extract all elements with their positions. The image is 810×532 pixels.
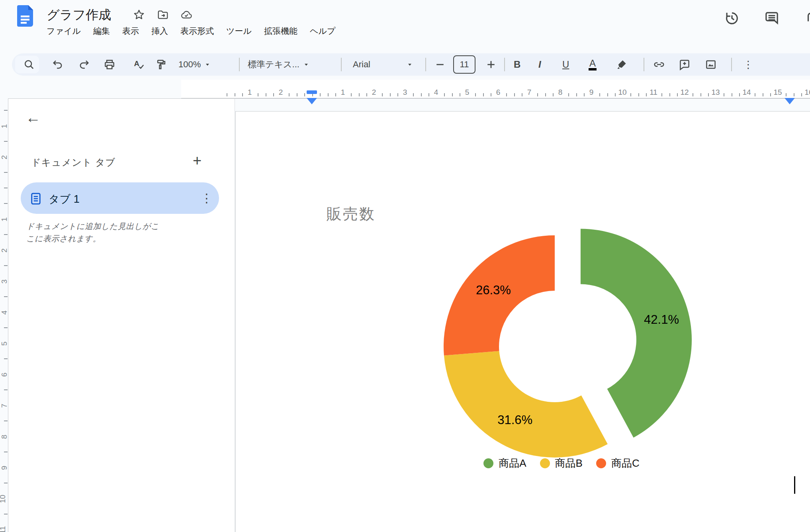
ruler-tick — [4, 421, 8, 421]
version-history-icon[interactable] — [724, 10, 740, 26]
ruler-tick — [297, 93, 297, 96]
ruler-tick — [4, 203, 8, 204]
menu-item-7[interactable]: ヘルプ — [310, 25, 335, 37]
ruler-tick — [646, 93, 647, 96]
ruler-number: 6 — [496, 88, 501, 97]
left-indent-marker[interactable] — [307, 98, 317, 104]
ruler-tick — [677, 93, 678, 96]
toolbar-divider — [341, 53, 342, 76]
more-options-icon[interactable]: ⋮ — [743, 53, 753, 76]
decrease-font-icon[interactable] — [434, 53, 446, 76]
close-sidebar-button[interactable]: ← — [25, 110, 41, 125]
font-size-input[interactable]: 11 — [453, 53, 475, 76]
donut-chart[interactable]: 42.1%31.6%26.3% — [418, 211, 705, 458]
insert-link-icon[interactable] — [653, 53, 665, 76]
comments-icon[interactable] — [764, 10, 780, 26]
sidebar-hint-text: ドキュメントに追加した見出しがこ こに表示されます。 — [26, 220, 159, 245]
ruler-tick — [786, 93, 787, 96]
ruler-tick — [514, 93, 515, 96]
ruler-tick — [506, 93, 507, 96]
menu-item-6[interactable]: 拡張機能 — [264, 25, 297, 37]
ruler-tick — [4, 514, 8, 514]
menu-item-4[interactable]: 表示形式 — [180, 25, 214, 37]
slice-percentage-label: 31.6% — [497, 413, 532, 427]
ruler-tick — [4, 296, 8, 297]
add-comment-icon[interactable] — [679, 53, 691, 76]
horizontal-ruler[interactable]: 2112345678910111213141516 — [181, 80, 810, 99]
ruler-number: 1 — [248, 88, 252, 97]
menu-item-0[interactable]: ファイル — [47, 25, 81, 37]
text-color-button[interactable]: A — [589, 53, 597, 76]
font-select[interactable]: Arial — [353, 53, 413, 76]
legend-label: 商品C — [611, 456, 640, 470]
ruler-tick — [382, 93, 383, 96]
vertical-ruler[interactable]: 211234567891011 — [0, 98, 8, 532]
ruler-tick — [328, 93, 329, 96]
tab-options-icon[interactable]: ⋮ — [201, 191, 213, 205]
text-cursor — [794, 476, 795, 494]
menu-bar: ファイル編集表示挿入表示形式ツール拡張機能ヘルプ — [47, 25, 335, 37]
cloud-saved-icon[interactable] — [180, 9, 192, 21]
insert-image-icon[interactable] — [705, 53, 717, 76]
ruler-number: 1 — [341, 88, 345, 97]
donut-slice-商品B[interactable] — [444, 351, 608, 458]
highlight-color-icon[interactable] — [616, 53, 628, 76]
menu-item-3[interactable]: 挿入 — [151, 25, 168, 37]
legend-item-商品A: 商品A — [483, 456, 526, 470]
right-indent-marker[interactable] — [785, 98, 795, 104]
move-to-folder-icon[interactable] — [157, 9, 169, 21]
zoom-value: 100% — [178, 59, 201, 70]
ruler-tick — [763, 93, 763, 96]
document-title[interactable]: グラフ作成 — [47, 6, 111, 24]
ruler-tick — [4, 234, 8, 235]
search-icon[interactable] — [23, 53, 35, 76]
toolbar-divider — [731, 53, 732, 76]
star-icon[interactable] — [133, 9, 145, 21]
add-tab-button[interactable]: + — [193, 153, 202, 168]
menu-item-2[interactable]: 表示 — [122, 25, 139, 37]
ruler-tick — [335, 93, 336, 96]
spell-check-icon[interactable]: A — [133, 53, 145, 76]
menu-item-1[interactable]: 編集 — [93, 25, 110, 37]
ruler-number: 16 — [804, 88, 810, 97]
increase-font-icon[interactable] — [485, 53, 497, 76]
legend-label: 商品B — [555, 456, 583, 470]
first-line-indent-marker[interactable] — [307, 90, 317, 94]
print-icon[interactable] — [104, 53, 115, 76]
ruler-tick — [273, 93, 274, 96]
redo-icon[interactable] — [78, 53, 90, 76]
donut-slice-商品A[interactable] — [581, 229, 692, 437]
ruler-tick — [584, 93, 585, 96]
ruler-tick — [359, 93, 360, 96]
ruler-tick — [522, 93, 522, 96]
ruler-number: 13 — [711, 88, 720, 97]
ruler-tick — [615, 93, 616, 96]
google-docs-logo[interactable] — [17, 5, 33, 27]
menu-item-5[interactable]: ツール — [226, 25, 252, 37]
ruler-tick — [794, 93, 794, 96]
legend-item-商品B: 商品B — [540, 456, 583, 470]
ruler-number: 3 — [403, 88, 407, 97]
paragraph-style-select[interactable]: 標準テキス... — [248, 53, 309, 76]
ruler-tick — [739, 93, 740, 96]
ruler-tick — [4, 452, 8, 452]
paint-format-icon[interactable] — [155, 53, 166, 76]
ruler-tick — [755, 93, 755, 96]
ruler-tick — [351, 93, 352, 96]
clipped-edge-icon[interactable] — [805, 10, 810, 26]
underline-button[interactable]: U — [562, 53, 569, 76]
ruler-tick — [428, 93, 429, 96]
sidebar-heading: ドキュメント タブ — [31, 156, 115, 169]
undo-icon[interactable] — [52, 53, 64, 76]
ruler-tick — [708, 93, 709, 96]
ruler-tick — [693, 93, 693, 96]
zoom-select[interactable]: 100% — [178, 53, 210, 76]
ruler-number: 7 — [527, 88, 532, 97]
slice-percentage-label: 42.1% — [644, 313, 679, 327]
legend-item-商品C: 商品C — [596, 456, 640, 470]
google-docs-app: { "header": { "title": "グラフ作成", "menu_it… — [0, 0, 810, 532]
ruler-tick — [242, 93, 243, 96]
ruler-number: 11 — [650, 88, 657, 97]
italic-button[interactable]: I — [538, 53, 541, 76]
bold-button[interactable]: B — [514, 53, 520, 76]
